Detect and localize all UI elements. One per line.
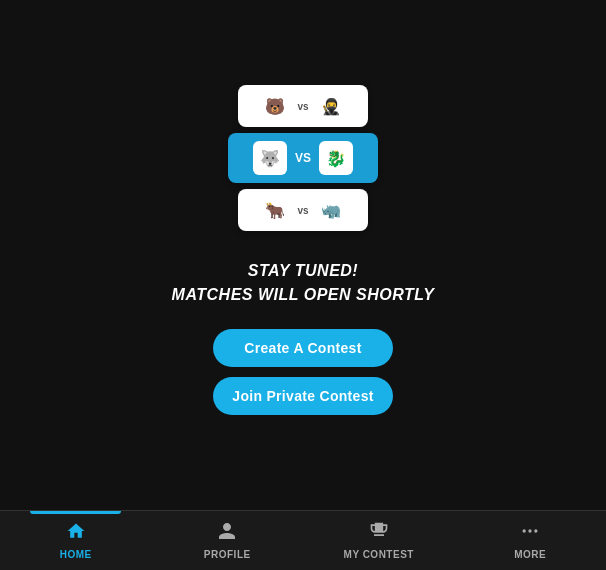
nav-item-my-contest[interactable]: MY CONTEST — [303, 511, 455, 570]
vs-label-3: vs — [297, 205, 308, 216]
svg-point-0 — [523, 529, 526, 532]
team2-icon-3: 🦏 — [317, 196, 345, 224]
match-card-1: 🐻 vs 🥷 — [238, 85, 368, 127]
team1-icon-3: 🐂 — [261, 196, 289, 224]
nav-label-my-contest: MY CONTEST — [344, 549, 414, 560]
team1-icon-2: 🐺 — [253, 141, 287, 175]
vs-label-2: VS — [295, 151, 311, 165]
bottom-nav: HOME PROFILE MY CONTEST MORE — [0, 510, 606, 570]
vs-label-1: vs — [297, 101, 308, 112]
nav-label-home: HOME — [60, 549, 92, 560]
create-contest-button[interactable]: Create A Contest — [213, 329, 393, 367]
team2-icon-1: 🥷 — [317, 92, 345, 120]
match-card-3: 🐂 vs 🦏 — [238, 189, 368, 231]
heading-line1: STAY TUNED! — [172, 259, 435, 283]
team1-icon-1: 🐻 — [261, 92, 289, 120]
stay-tuned-heading: STAY TUNED! MATCHES WILL OPEN SHORTLY — [172, 259, 435, 307]
join-private-contest-button[interactable]: Join Private Contest — [213, 377, 393, 415]
nav-label-more: MORE — [514, 549, 546, 560]
trophy-icon — [369, 521, 389, 546]
nav-item-home[interactable]: HOME — [0, 511, 152, 570]
more-icon — [520, 521, 540, 546]
team2-icon-2: 🐉 — [319, 141, 353, 175]
svg-point-2 — [534, 529, 537, 532]
profile-icon — [217, 521, 237, 546]
match-stack: 🐻 vs 🥷 🐺 VS 🐉 🐂 vs 🦏 — [228, 85, 378, 231]
match-card-2: 🐺 VS 🐉 — [228, 133, 378, 183]
heading-line2: MATCHES WILL OPEN SHORTLY — [172, 283, 435, 307]
nav-label-profile: PROFILE — [204, 549, 251, 560]
svg-point-1 — [529, 529, 532, 532]
home-icon — [66, 521, 86, 546]
nav-item-more[interactable]: MORE — [455, 511, 607, 570]
nav-item-profile[interactable]: PROFILE — [152, 511, 304, 570]
main-content: 🐻 vs 🥷 🐺 VS 🐉 🐂 vs 🦏 STAY TUNED! MATCHES… — [0, 0, 606, 570]
